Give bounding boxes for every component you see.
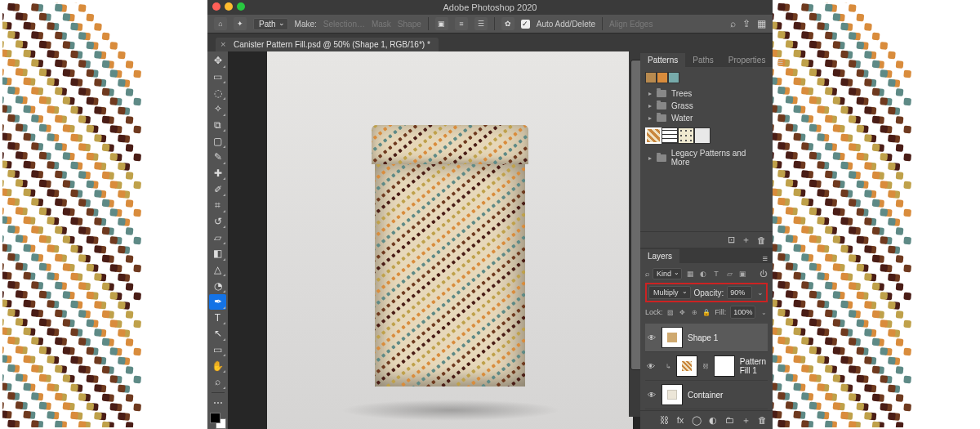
tool-frame[interactable]: ▢ bbox=[209, 133, 226, 149]
tool-brush[interactable]: ✐ bbox=[209, 181, 226, 197]
pattern-swatch[interactable] bbox=[645, 72, 657, 83]
auto-add-delete-checkbox[interactable]: ✓ bbox=[521, 20, 530, 29]
tool-hand[interactable]: ✋ bbox=[209, 358, 226, 373]
group-icon[interactable]: 🗀 bbox=[724, 414, 735, 426]
layer-mask-thumb[interactable] bbox=[714, 355, 735, 377]
tool-eraser[interactable]: ▱ bbox=[209, 230, 226, 245]
lock-all-icon[interactable]: 🔒 bbox=[702, 307, 710, 317]
path-op-combine-icon[interactable]: ▣ bbox=[435, 17, 448, 30]
pattern-folder-grass[interactable]: ▸Grass bbox=[645, 100, 768, 112]
lock-pixels-icon[interactable]: ▨ bbox=[667, 307, 675, 317]
pattern-swatch[interactable] bbox=[668, 72, 679, 83]
layer-row-shape-1[interactable]: 👁 Shape 1 bbox=[645, 324, 768, 352]
make-selection-button[interactable]: Selection… bbox=[323, 20, 365, 29]
filter-shape-icon[interactable]: ▱ bbox=[724, 269, 734, 279]
fx-icon[interactable]: fx bbox=[675, 414, 686, 426]
close-window-button[interactable] bbox=[212, 2, 220, 11]
workspace-switcher-icon[interactable]: ▦ bbox=[757, 18, 766, 29]
tool-clone[interactable]: ⌗ bbox=[209, 198, 226, 213]
layer-name[interactable]: Shape 1 bbox=[688, 333, 718, 342]
tool-blur[interactable]: △ bbox=[209, 262, 226, 278]
edit-toolbar-button[interactable]: ⋯ bbox=[209, 395, 226, 411]
make-shape-button[interactable]: Shape bbox=[398, 20, 421, 29]
pattern-folder-legacy[interactable]: ▸Legacy Patterns and More bbox=[645, 147, 768, 168]
visibility-toggle-icon[interactable]: 👁 bbox=[647, 362, 655, 371]
layer-name[interactable]: Container bbox=[688, 391, 723, 400]
make-mask-button[interactable]: Mask bbox=[372, 20, 391, 29]
link-icon[interactable]: ⛓ bbox=[702, 363, 709, 370]
panel-menu-icon[interactable]: ≡ bbox=[773, 57, 787, 67]
layer-thumb[interactable] bbox=[676, 355, 697, 377]
chevron-down-icon[interactable]: ⌄ bbox=[755, 288, 764, 297]
lock-position-icon[interactable]: ✥ bbox=[679, 307, 687, 317]
pattern-thumb[interactable] bbox=[662, 127, 678, 144]
panel-menu-icon[interactable]: ≡ bbox=[758, 253, 773, 263]
filter-smart-icon[interactable]: ▣ bbox=[737, 269, 747, 279]
vertical-scrollbar[interactable] bbox=[629, 51, 640, 417]
adjustment-icon[interactable]: ◐ bbox=[707, 414, 719, 426]
pattern-folder-trees[interactable]: ▸Trees bbox=[645, 87, 768, 100]
gear-icon[interactable]: ✿ bbox=[501, 17, 514, 30]
path-arrange-icon[interactable]: ☰ bbox=[474, 17, 488, 30]
blend-mode-select[interactable]: Multiply bbox=[648, 286, 691, 299]
layer-name[interactable]: Pattern Fill 1 bbox=[740, 357, 766, 375]
path-mode-select[interactable]: Path bbox=[253, 18, 288, 30]
new-preset-icon[interactable]: ＋ bbox=[742, 234, 751, 246]
tool-preset-icon[interactable]: ✦ bbox=[234, 17, 247, 30]
filter-kind-select[interactable]: Kind bbox=[653, 268, 682, 279]
share-icon[interactable]: ⇪ bbox=[742, 18, 751, 29]
save-preset-icon[interactable]: ⊡ bbox=[728, 235, 735, 245]
tool-history-brush[interactable]: ↺ bbox=[209, 214, 226, 230]
pattern-swatch[interactable] bbox=[657, 72, 668, 83]
tool-type[interactable]: T bbox=[209, 311, 226, 326]
layer-thumb[interactable] bbox=[662, 327, 683, 348]
tab-paths[interactable]: Paths bbox=[685, 53, 721, 67]
zoom-window-button[interactable] bbox=[237, 2, 245, 11]
search-icon[interactable]: ⌕ bbox=[730, 18, 736, 29]
filter-adjust-icon[interactable]: ◐ bbox=[698, 269, 708, 279]
tool-crop[interactable]: ⧉ bbox=[209, 118, 226, 133]
visibility-toggle-icon[interactable]: 👁 bbox=[647, 333, 657, 342]
tool-gradient[interactable]: ◧ bbox=[209, 246, 226, 261]
filter-pixel-icon[interactable]: ▦ bbox=[685, 269, 695, 279]
tool-eyedropper[interactable]: ✎ bbox=[209, 150, 226, 165]
link-layers-icon[interactable]: ⛓ bbox=[658, 414, 670, 426]
trash-icon[interactable]: 🗑 bbox=[756, 414, 768, 426]
fg-bg-swatch[interactable] bbox=[210, 413, 226, 429]
tool-marquee[interactable]: ▭ bbox=[209, 69, 226, 85]
tool-lasso[interactable]: ◌ bbox=[209, 85, 226, 101]
filter-type-icon[interactable]: T bbox=[711, 269, 721, 279]
scrollbar-thumb[interactable] bbox=[630, 60, 640, 370]
document-canvas[interactable] bbox=[267, 51, 633, 429]
document-tab[interactable]: Canister Pattern Fill.psd @ 50% (Shape 1… bbox=[216, 38, 439, 51]
mask-icon[interactable]: ◯ bbox=[691, 414, 702, 426]
chevron-down-icon[interactable]: ⌄ bbox=[760, 307, 768, 317]
tool-rectangle[interactable]: ▭ bbox=[209, 342, 226, 358]
tool-pen[interactable]: ✒ bbox=[209, 294, 226, 310]
minimize-window-button[interactable] bbox=[225, 2, 233, 11]
tab-properties[interactable]: Properties bbox=[721, 53, 773, 67]
tool-wand[interactable]: ✧ bbox=[209, 101, 226, 117]
tab-patterns[interactable]: Patterns bbox=[640, 53, 685, 67]
tool-zoom[interactable]: ⌕ bbox=[209, 374, 226, 390]
pattern-thumb[interactable] bbox=[694, 127, 710, 144]
opacity-input[interactable]: 90% bbox=[727, 286, 752, 299]
layer-row-container[interactable]: 👁 Container bbox=[645, 381, 768, 409]
filter-search-icon[interactable]: ⌕ bbox=[645, 270, 649, 278]
canvas-area[interactable] bbox=[228, 51, 640, 429]
pattern-folder-water[interactable]: ▸Water bbox=[645, 112, 768, 124]
layer-thumb[interactable] bbox=[662, 384, 683, 405]
lock-artboard-icon[interactable]: ⊕ bbox=[691, 307, 699, 317]
tool-healing[interactable]: ✚ bbox=[209, 166, 226, 181]
filter-toggle-icon[interactable]: ⏻ bbox=[758, 269, 768, 279]
layer-row-pattern-fill-1[interactable]: 👁 ↳ ⛓ Pattern Fill 1 bbox=[645, 352, 768, 381]
new-layer-icon[interactable]: ＋ bbox=[740, 414, 751, 426]
trash-icon[interactable]: 🗑 bbox=[757, 235, 766, 245]
visibility-toggle-icon[interactable]: 👁 bbox=[647, 391, 657, 400]
path-align-icon[interactable]: ≡ bbox=[455, 17, 468, 30]
tool-path-select[interactable]: ↖ bbox=[209, 326, 226, 342]
pattern-thumb[interactable] bbox=[645, 127, 662, 144]
fill-input[interactable]: 100% bbox=[730, 306, 755, 319]
tool-dodge[interactable]: ◔ bbox=[209, 278, 226, 293]
tool-move[interactable]: ✥ bbox=[209, 53, 226, 69]
